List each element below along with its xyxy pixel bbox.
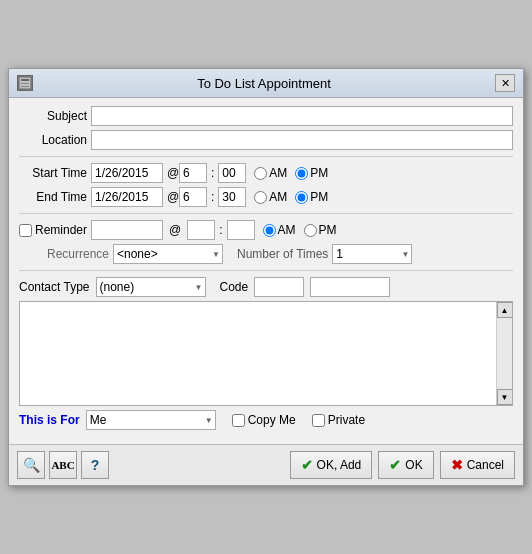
reminder-checkbox-label[interactable]: Reminder	[19, 223, 87, 237]
reminder-am-text: AM	[278, 223, 296, 237]
private-checkbox-label[interactable]: Private	[312, 413, 365, 427]
cancel-button[interactable]: ✖ Cancel	[440, 451, 515, 479]
copy-me-checkbox-label[interactable]: Copy Me	[232, 413, 296, 427]
ok-add-button[interactable]: ✔ OK, Add	[290, 451, 373, 479]
scrollbar-down-button[interactable]: ▼	[497, 389, 513, 405]
this-is-for-select-wrapper[interactable]: Me	[86, 410, 216, 430]
divider-2	[19, 213, 513, 214]
start-pm-text: PM	[310, 166, 328, 180]
reminder-row: Reminder @ : AM PM	[19, 220, 513, 240]
number-of-times-select[interactable]: 1 2 3	[332, 244, 412, 264]
end-am-text: AM	[269, 190, 287, 204]
subject-input[interactable]	[91, 106, 513, 126]
location-input[interactable]	[91, 130, 513, 150]
start-hour-input[interactable]	[179, 163, 207, 183]
help-icon: ?	[91, 457, 100, 473]
abc-button[interactable]: ABC	[49, 451, 77, 479]
subject-row: Subject	[19, 106, 513, 126]
code-input-1[interactable]	[254, 277, 304, 297]
divider-3	[19, 270, 513, 271]
start-min-input[interactable]	[218, 163, 246, 183]
end-at-symbol: @	[167, 190, 175, 204]
title-bar: To Do List Appointment ✕	[9, 69, 523, 98]
end-am-label[interactable]: AM	[254, 190, 287, 204]
end-date-input[interactable]	[91, 187, 163, 207]
textarea-scrollbar[interactable]: ▲ ▼	[496, 302, 512, 405]
number-of-times-select-wrapper[interactable]: 1 2 3	[332, 244, 412, 264]
reminder-time-input[interactable]	[91, 220, 163, 240]
contact-type-select[interactable]: (none)	[96, 277, 206, 297]
reminder-ampm-group: AM PM	[263, 223, 337, 237]
scrollbar-up-button[interactable]: ▲	[497, 302, 513, 318]
copy-me-checkbox[interactable]	[232, 414, 245, 427]
reminder-colon: :	[219, 223, 222, 237]
divider-1	[19, 156, 513, 157]
footer-right-buttons: ✔ OK, Add ✔ OK ✖ Cancel	[290, 451, 515, 479]
ok-button[interactable]: ✔ OK	[378, 451, 433, 479]
cancel-label: Cancel	[467, 458, 504, 472]
start-pm-radio[interactable]	[295, 167, 308, 180]
private-checkbox[interactable]	[312, 414, 325, 427]
recurrence-select-wrapper[interactable]: <none> Daily Weekly Monthly Yearly	[113, 244, 223, 264]
end-am-radio[interactable]	[254, 191, 267, 204]
reminder-pm-label[interactable]: PM	[304, 223, 337, 237]
scrollbar-track	[497, 318, 512, 389]
contact-type-label: Contact Type	[19, 280, 90, 294]
start-ampm-group: AM PM	[254, 166, 328, 180]
start-time-row: Start Time @ : AM PM	[19, 163, 513, 183]
start-pm-label[interactable]: PM	[295, 166, 328, 180]
ok-add-label: OK, Add	[317, 458, 362, 472]
reminder-am-label[interactable]: AM	[263, 223, 296, 237]
search-button[interactable]: 🔍	[17, 451, 45, 479]
svg-rect-2	[21, 83, 29, 84]
end-min-input[interactable]	[218, 187, 246, 207]
contact-type-select-wrapper[interactable]: (none)	[96, 277, 206, 297]
notes-textarea-container: ▲ ▼	[19, 301, 513, 406]
end-time-row: End Time @ : AM PM	[19, 187, 513, 207]
footer: 🔍 ABC ? ✔ OK, Add ✔ OK ✖ Cancel	[9, 444, 523, 485]
copy-me-label: Copy Me	[248, 413, 296, 427]
end-pm-text: PM	[310, 190, 328, 204]
start-colon: :	[211, 166, 214, 180]
cancel-x-icon: ✖	[451, 457, 463, 473]
help-button[interactable]: ?	[81, 451, 109, 479]
code-label: Code	[220, 280, 249, 294]
window-icon	[17, 75, 33, 91]
reminder-min-input[interactable]	[227, 220, 255, 240]
contact-type-row: Contact Type (none) Code	[19, 277, 513, 297]
recurrence-row: Recurrence <none> Daily Weekly Monthly Y…	[19, 244, 513, 264]
code-input-2[interactable]	[310, 277, 390, 297]
close-button[interactable]: ✕	[495, 74, 515, 92]
start-at-symbol: @	[167, 166, 175, 180]
this-is-for-row: This is For Me Copy Me Private	[19, 410, 513, 430]
location-label: Location	[19, 133, 87, 147]
private-label: Private	[328, 413, 365, 427]
abc-icon: ABC	[51, 459, 74, 471]
start-date-input[interactable]	[91, 163, 163, 183]
title-bar-left	[17, 75, 33, 91]
recurrence-select[interactable]: <none> Daily Weekly Monthly Yearly	[113, 244, 223, 264]
number-of-times-label: Number of Times	[237, 247, 328, 261]
reminder-am-radio[interactable]	[263, 224, 276, 237]
ok-add-check-icon: ✔	[301, 457, 313, 473]
subject-label: Subject	[19, 109, 87, 123]
start-am-radio[interactable]	[254, 167, 267, 180]
reminder-pm-text: PM	[319, 223, 337, 237]
this-is-for-label: This is For	[19, 413, 80, 427]
reminder-pm-radio[interactable]	[304, 224, 317, 237]
end-pm-radio[interactable]	[295, 191, 308, 204]
reminder-hour-input[interactable]	[187, 220, 215, 240]
window-title: To Do List Appointment	[33, 76, 495, 91]
this-is-for-select[interactable]: Me	[86, 410, 216, 430]
start-am-text: AM	[269, 166, 287, 180]
end-ampm-group: AM PM	[254, 190, 328, 204]
start-am-label[interactable]: AM	[254, 166, 287, 180]
end-hour-input[interactable]	[179, 187, 207, 207]
reminder-checkbox[interactable]	[19, 224, 32, 237]
search-icon: 🔍	[23, 457, 40, 473]
end-pm-label[interactable]: PM	[295, 190, 328, 204]
location-row: Location	[19, 130, 513, 150]
main-window: To Do List Appointment ✕ Subject Locatio…	[8, 68, 524, 486]
notes-textarea[interactable]	[20, 302, 496, 405]
recurrence-label: Recurrence	[39, 247, 109, 261]
